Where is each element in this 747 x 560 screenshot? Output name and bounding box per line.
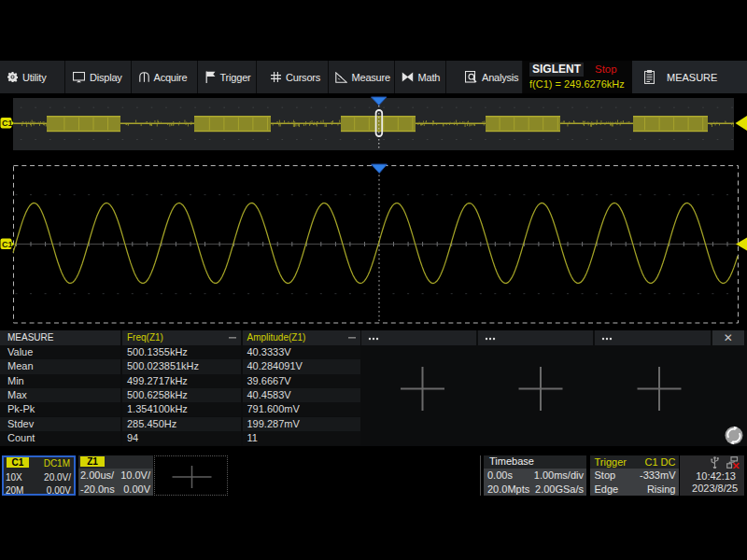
svg-text:C1: C1	[2, 119, 13, 128]
svg-text:C1: C1	[2, 240, 13, 249]
